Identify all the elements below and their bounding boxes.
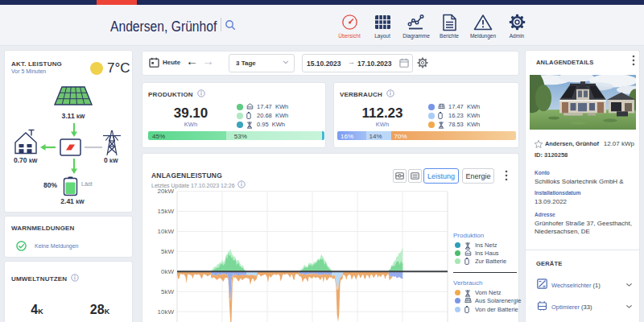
svg-text:5kW: 5kW (161, 288, 174, 295)
svg-text:2.41 kW: 2.41 kW (60, 197, 85, 205)
svg-text:0 kW: 0 kW (104, 156, 118, 164)
svg-text:20kW: 20kW (158, 188, 175, 195)
svg-text:10kW: 10kW (158, 308, 175, 316)
svg-text:15kW: 15kW (158, 208, 175, 215)
svg-text:10kW: 10kW (158, 228, 175, 235)
svg-text:0kW: 0kW (161, 268, 174, 275)
svg-text:5kW: 5kW (161, 248, 174, 255)
svg-text:3.11 kW: 3.11 kW (62, 112, 85, 120)
svg-text:80%: 80% (43, 181, 57, 189)
svg-text:0.70 kW: 0.70 kW (14, 156, 38, 164)
svg-text:Lädt: Lädt (81, 181, 93, 187)
